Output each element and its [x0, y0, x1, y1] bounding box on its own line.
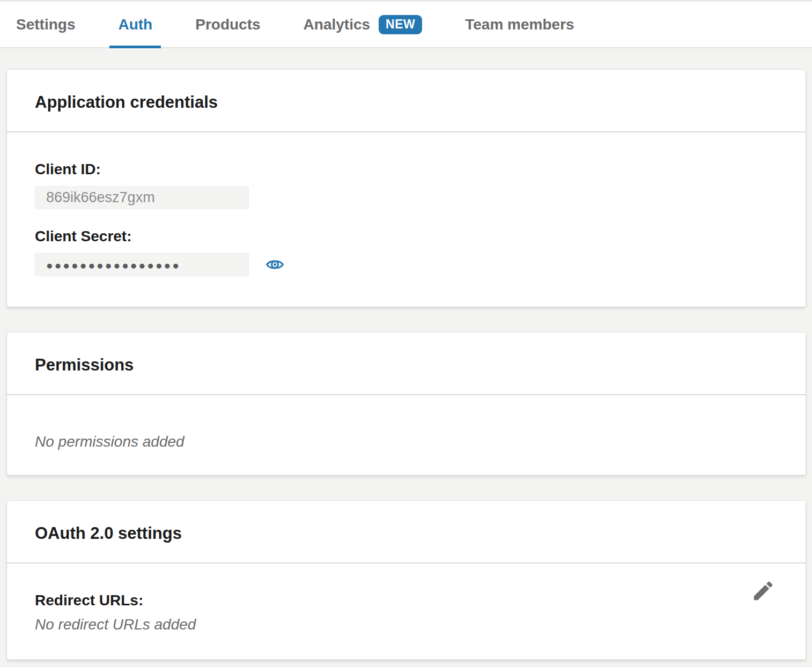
oauth-settings-title: OAuth 2.0 settings: [35, 524, 778, 543]
client-secret-value: ●●●●●●●●●●●●●●●●: [35, 253, 249, 276]
new-badge: NEW: [379, 15, 422, 34]
pencil-icon: [751, 579, 776, 603]
permissions-body: No permissions added: [7, 395, 806, 475]
tab-settings-label: Settings: [16, 16, 75, 33]
client-secret-field: Client Secret: ●●●●●●●●●●●●●●●●: [35, 227, 778, 276]
client-secret-label: Client Secret:: [35, 227, 778, 245]
application-credentials-header: Application credentials: [7, 70, 806, 132]
tab-settings[interactable]: Settings: [8, 2, 84, 47]
client-id-label: Client ID:: [35, 160, 778, 178]
permissions-empty-message: No permissions added: [35, 433, 778, 450]
tab-bar: Settings Auth Products Analytics NEW Tea…: [0, 0, 812, 48]
application-credentials-title: Application credentials: [35, 93, 778, 112]
redirect-urls-label: Redirect URLs:: [35, 591, 778, 609]
eye-icon: [265, 255, 284, 274]
client-secret-masked-value: ●●●●●●●●●●●●●●●●: [46, 258, 181, 272]
permissions-title: Permissions: [35, 356, 778, 374]
oauth-settings-header: OAuth 2.0 settings: [7, 501, 806, 564]
tab-analytics-label: Analytics: [304, 16, 371, 33]
oauth-settings-card: OAuth 2.0 settings Redirect URLs: No red…: [7, 501, 806, 659]
toggle-secret-visibility-button[interactable]: [265, 255, 284, 274]
client-secret-row: ●●●●●●●●●●●●●●●●: [35, 253, 778, 276]
redirect-urls-empty-message: No redirect URLs added: [35, 616, 778, 633]
auth-tab-content: Application credentials Client ID: 869ik…: [0, 48, 812, 659]
tab-team-members[interactable]: Team members: [456, 2, 582, 47]
client-id-value: 869ik66esz7gxm: [35, 186, 249, 209]
client-id-field: Client ID: 869ik66esz7gxm: [35, 160, 778, 209]
application-credentials-card: Application credentials Client ID: 869ik…: [7, 70, 806, 307]
tab-team-members-label: Team members: [465, 16, 574, 33]
tab-auth-label: Auth: [118, 16, 152, 33]
permissions-card: Permissions No permissions added: [7, 332, 806, 475]
application-credentials-body: Client ID: 869ik66esz7gxm Client Secret:…: [7, 132, 806, 307]
oauth-settings-body: Redirect URLs: No redirect URLs added: [7, 564, 806, 659]
tab-analytics[interactable]: Analytics NEW: [295, 2, 431, 47]
tab-products-label: Products: [195, 16, 260, 33]
tab-products[interactable]: Products: [187, 2, 269, 47]
edit-redirect-urls-button[interactable]: [751, 579, 776, 603]
tab-auth[interactable]: Auth: [109, 2, 161, 47]
permissions-header: Permissions: [7, 332, 806, 395]
